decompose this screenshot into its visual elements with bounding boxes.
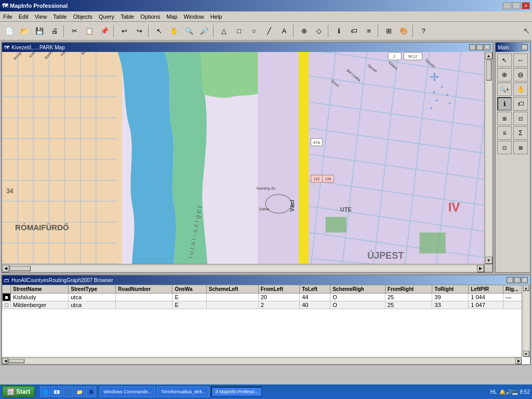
map-scroll-left[interactable]: ◀	[2, 265, 9, 272]
col-toright[interactable]: ToRight	[432, 285, 469, 294]
tb-draw-rect[interactable]: □	[232, 24, 246, 38]
tool-draw2[interactable]: ⊡	[513, 112, 528, 125]
browser-scroll-right[interactable]: ▶	[515, 358, 522, 364]
row-marker-cell[interactable]: □	[3, 301, 11, 309]
map-maximize-button[interactable]: □	[476, 44, 483, 50]
col-marker[interactable]	[3, 285, 11, 294]
tb-save[interactable]: 💾	[32, 24, 47, 38]
tool-extra2[interactable]: ⊠	[513, 141, 528, 154]
maximize-button[interactable]: □	[512, 2, 521, 9]
tool-zoom-in[interactable]: ⊕	[497, 68, 512, 82]
tool-select-arrow[interactable]: ↖	[497, 54, 512, 67]
col-leftpir[interactable]: LeftPIR	[469, 285, 503, 294]
map-scroll-down[interactable]: ▼	[485, 257, 493, 264]
browser-table-container[interactable]: StreetName StreetType RoadNumber OneWa S…	[2, 285, 530, 309]
tool-label[interactable]: 🏷	[513, 97, 528, 111]
map-scroll-up[interactable]: ▲	[485, 52, 493, 59]
tool-extra1[interactable]: ⊡	[497, 141, 512, 154]
browser-scroll-thumb[interactable]	[9, 359, 24, 363]
menu-objects[interactable]: Objects	[70, 13, 96, 20]
map-scroll-right[interactable]: ▶	[477, 265, 484, 272]
map-scroll-track-h[interactable]	[10, 266, 476, 271]
col-fromleft[interactable]: FromLeft	[258, 285, 300, 294]
tb-pan[interactable]: ✋	[167, 24, 181, 38]
col-streetname[interactable]: StreetName	[11, 285, 69, 294]
browser-scroll-left[interactable]: ◀	[2, 358, 8, 364]
col-oneway[interactable]: OneWa	[172, 285, 206, 294]
tool-select-arrow2[interactable]: ↔	[513, 54, 528, 67]
map-canvas[interactable]: 47/b 122 126 2 96,12 ✛ + + + + + +	[2, 52, 493, 272]
tb-undo[interactable]: ↩	[117, 24, 131, 38]
tb-paste[interactable]: 📌	[97, 24, 112, 38]
browser-hscrollbar[interactable]: ◀ ▶	[2, 357, 522, 364]
menu-view[interactable]: View	[32, 13, 50, 20]
browser-vscrollbar[interactable]: ▲ ▼	[522, 285, 530, 357]
ql-ie[interactable]: 🌐	[40, 387, 50, 397]
tb-theme[interactable]: 🎨	[396, 24, 411, 38]
menu-table2[interactable]: Table	[117, 13, 137, 20]
tb-copy[interactable]: 📋	[82, 24, 97, 38]
col-toleft[interactable]: ToLeft	[300, 285, 330, 294]
browser-scroll-track[interactable]	[9, 359, 515, 363]
col-fromright[interactable]: FromRight	[385, 285, 432, 294]
tb-legend[interactable]: ≡	[362, 24, 376, 38]
tool-draw1[interactable]: ⊞	[497, 112, 512, 125]
close-button[interactable]: ✕	[522, 2, 530, 9]
browser-close[interactable]: ✕	[521, 277, 528, 283]
ql-extra[interactable]: 📁	[74, 387, 85, 397]
menu-map[interactable]: Map	[163, 13, 180, 20]
col-schemeleft[interactable]: SchemeLeft	[206, 285, 258, 294]
map-vscrollbar[interactable]: ▲ ▼	[484, 52, 493, 264]
tb-draw-text[interactable]: A	[277, 24, 291, 38]
tb-zoom-in[interactable]: 🔍	[182, 24, 196, 38]
tb-label[interactable]: 🏷	[347, 24, 361, 38]
tb-help[interactable]: ?	[416, 24, 431, 38]
tb-info[interactable]: ℹ	[331, 24, 346, 38]
map-close-button[interactable]: ✕	[484, 44, 490, 50]
menu-file[interactable]: File	[0, 13, 16, 20]
col-schemeright[interactable]: SchemeRigh	[330, 285, 385, 294]
ql-email[interactable]: 📧	[51, 387, 62, 397]
tool-layer[interactable]: ≡	[497, 126, 512, 140]
tool-sum[interactable]: Σ	[513, 126, 528, 140]
menu-help[interactable]: Help	[207, 13, 225, 20]
map-hscrollbar[interactable]: ◀ ▶	[2, 264, 484, 272]
tool-info[interactable]: ℹ	[497, 97, 512, 111]
tb-open[interactable]: 📂	[17, 24, 32, 38]
map-scroll-thumb-v[interactable]	[486, 60, 491, 81]
map-minimize-button[interactable]: —	[469, 44, 476, 50]
tb-redo[interactable]: ↪	[132, 24, 147, 38]
browser-scroll-track-v[interactable]	[524, 291, 529, 351]
menu-window[interactable]: Window	[181, 13, 207, 20]
menu-options[interactable]: Options	[137, 13, 163, 20]
tb-node[interactable]: ⊕	[297, 24, 311, 38]
browser-minimize[interactable]: —	[507, 277, 513, 283]
map-scroll-thumb-h[interactable]	[10, 266, 31, 271]
tool-zoom-in2[interactable]: 🔍+	[497, 83, 512, 96]
side-panel-close[interactable]: ✕	[521, 44, 528, 50]
tb-layers[interactable]: ⊞	[381, 24, 396, 38]
tb-zoom-out[interactable]: 🔎	[197, 24, 211, 38]
tb-draw-poly[interactable]: △	[217, 24, 231, 38]
menu-table[interactable]: Table	[50, 13, 70, 20]
tb-reshape[interactable]: ◇	[312, 24, 326, 38]
col-roadnumber[interactable]: RoadNumber	[116, 285, 172, 294]
taskbar-windows-commander[interactable]: Windows Commande...	[100, 387, 155, 397]
menu-query[interactable]: Query	[96, 13, 117, 20]
menu-edit[interactable]: Edit	[16, 13, 32, 20]
ql-media[interactable]: 🎵	[63, 387, 73, 397]
tool-zoom-out[interactable]: ⊖	[513, 68, 528, 82]
tb-select[interactable]: ↖	[152, 24, 166, 38]
tool-pan[interactable]: ✋	[513, 83, 528, 96]
browser-scroll-down[interactable]: ▼	[523, 351, 529, 357]
browser-maximize[interactable]: □	[514, 277, 521, 283]
taskbar-mapinfo[interactable]: 3 MapInfo Professi...	[211, 387, 262, 397]
minimize-button[interactable]: —	[503, 2, 511, 9]
tb-print[interactable]: 🖨	[47, 24, 62, 38]
col-streettype[interactable]: StreetType	[69, 285, 116, 294]
tb-cut[interactable]: ✂	[67, 24, 82, 38]
taskbar-terkep[interactable]: Térinformatikai_térk...	[157, 387, 209, 397]
tb-draw-line[interactable]: ╱	[262, 24, 276, 38]
row-marker-cell[interactable]: ■	[3, 294, 11, 301]
tb-new[interactable]: 📄	[2, 24, 17, 38]
